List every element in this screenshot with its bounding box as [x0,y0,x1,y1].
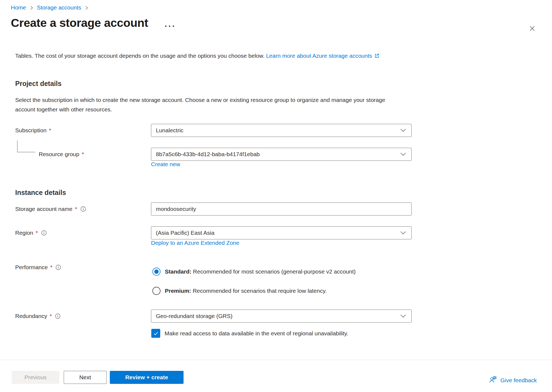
breadcrumb-storage-accounts[interactable]: Storage accounts [37,4,81,11]
region-label: Region * [15,230,151,236]
performance-option-premium[interactable]: Premium: Recommended for scenarios that … [152,287,327,295]
breadcrumb: Home Storage accounts [11,4,92,11]
feedback-label: Give feedback [500,377,537,384]
required-marker: * [50,264,52,271]
redundancy-value: Geo-redundant storage (GRS) [156,313,232,319]
close-icon[interactable] [527,23,538,34]
more-options-icon[interactable] [164,24,175,28]
chevron-down-icon [400,128,406,133]
chevron-down-icon [400,152,406,156]
description-text: Tables. The cost of your storage account… [15,53,265,59]
section-heading-instance-details: Instance details [15,189,66,197]
deploy-extended-zone-link[interactable]: Deploy to an Azure Extended Zone [151,240,239,246]
footer-divider [0,360,552,360]
learn-more-link[interactable]: Learn more about Azure storage accounts [266,53,379,59]
breadcrumb-home[interactable]: Home [11,4,26,11]
create-new-link[interactable]: Create new [151,161,180,168]
resource-group-row: Resource group * 8b7a5c6b-433b-4d12-baba… [15,148,412,161]
previous-button[interactable]: Previous [12,371,59,384]
chevron-down-icon [400,231,406,235]
feedback-icon [489,375,497,385]
storage-account-name-input[interactable] [151,203,412,216]
next-button[interactable]: Next [64,371,107,384]
performance-standard-text: Standard: Recommended for most scenarios… [165,268,356,275]
resource-group-label: Resource group * [15,151,151,158]
performance-premium-text: Premium: Recommended for scenarios that … [165,288,327,294]
required-marker: * [49,127,51,134]
subscription-row: Subscription * Lunalectric [15,124,412,137]
radio-unselected-icon[interactable] [152,287,161,295]
read-access-checkbox-label: Make read access to data available in th… [165,330,348,337]
redundancy-dropdown[interactable]: Geo-redundant storage (GRS) [151,310,412,323]
region-row: Region * (Asia Pacific) East Asia [15,226,412,239]
redundancy-label: Redundancy * [15,313,151,319]
info-icon[interactable] [41,230,47,236]
chevron-down-icon [400,314,406,318]
info-icon[interactable] [55,313,61,319]
chevron-right-icon [30,5,33,10]
redundancy-row: Redundancy * Geo-redundant storage (GRS) [15,310,412,323]
chevron-right-icon [85,5,88,10]
resource-group-dropdown[interactable]: 8b7a5c6b-433b-4d12-baba-b4174f1ebab [151,148,412,161]
performance-label: Performance * [15,264,61,271]
subscription-label: Subscription * [15,127,151,134]
project-details-description: Select the subscription in which to crea… [15,95,387,114]
required-marker: * [82,151,84,158]
required-marker: * [50,313,52,319]
review-create-button[interactable]: Review + create [110,371,184,384]
form-content: Tables. The cost of your storage account… [15,51,412,344]
page-header: Create a storage account [11,16,175,30]
give-feedback-link[interactable]: Give feedback [489,375,537,385]
required-marker: * [75,206,77,212]
info-icon[interactable] [55,264,61,270]
subscription-value: Lunalectric [156,127,184,134]
resource-group-value: 8b7a5c6b-433b-4d12-baba-b4174f1ebab [156,151,260,158]
region-value: (Asia Pacific) East Asia [156,230,214,236]
performance-option-standard[interactable]: Standard: Recommended for most scenarios… [152,268,356,276]
footer-actions: Previous Next Review + create [12,371,184,384]
info-icon[interactable] [80,206,86,212]
read-access-checkbox-row[interactable]: Make read access to data available in th… [151,329,348,338]
required-marker: * [36,230,38,236]
section-heading-project-details: Project details [15,80,62,88]
page-description: Tables. The cost of your storage account… [15,51,387,61]
external-link-icon [374,52,380,61]
region-dropdown[interactable]: (Asia Pacific) East Asia [151,226,412,239]
storage-account-name-label: Storage account name * [15,206,151,212]
page-title: Create a storage account [11,16,148,30]
radio-selected-icon[interactable] [152,268,161,276]
checkbox-checked-icon[interactable] [151,329,160,338]
subscription-dropdown[interactable]: Lunalectric [151,124,412,137]
storage-account-name-row: Storage account name * [15,203,412,216]
